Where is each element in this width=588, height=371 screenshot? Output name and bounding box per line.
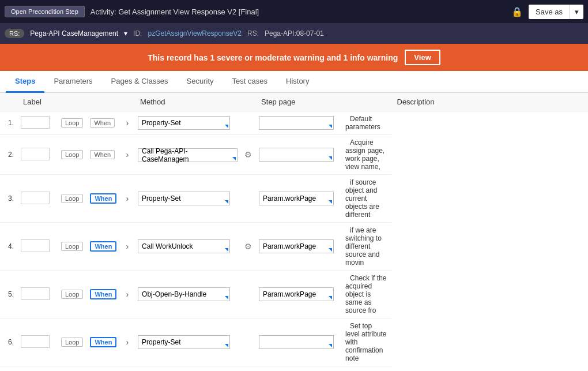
col-description-header: Description [391,93,589,111]
loop-button[interactable]: Loop [61,290,83,299]
when-button[interactable]: When [90,118,115,128]
expand-arrow-button[interactable]: › [123,150,131,159]
when-button[interactable]: When [90,337,116,347]
row-number: 7. [0,366,17,372]
tab-history[interactable]: History [277,71,318,93]
row-steppage-cell [255,111,342,135]
row-steppage-cell: Param.workPage [255,366,342,372]
gear-icon[interactable]: ⚙ [244,242,252,251]
label-input[interactable] [21,239,50,252]
table-row: 4. Loop When › Call WorkUnlock ⚙ Param.w… [0,223,588,271]
loop-button[interactable]: Loop [61,150,83,159]
when-button[interactable]: When [90,150,115,159]
gear-icon[interactable]: ⚙ [244,150,252,159]
row-label-cell [17,223,58,271]
col-gear-header [241,93,255,111]
breadcrumb-dropdown-icon[interactable]: ▾ [124,29,127,38]
label-input[interactable] [21,116,50,129]
col-label-header: Label [17,93,58,111]
label-input[interactable] [21,287,50,300]
open-precondition-button[interactable]: Open Precondition Step [5,6,85,17]
row-method-cell: Property-Set [134,111,241,135]
row-desc-cell: Acquire assign page, work page, view nam… [342,135,391,175]
row-desc-cell: Default parameters [342,111,391,135]
save-as-dropdown-button[interactable]: ▾ [570,5,583,19]
method-box[interactable]: Obj-Open-By-Handle [138,287,230,301]
loop-button[interactable]: Loop [61,194,83,203]
description-text: Check if the acquired object is same as … [345,274,386,314]
table-header-row: Label Method Step page Description [0,93,588,111]
table-row: 5. Loop When › Obj-Open-By-Handle Param.… [0,271,588,318]
step-page-box[interactable] [259,335,334,349]
expand-arrow-button[interactable]: › [123,338,131,347]
col-steppage-arrow-header [342,93,391,111]
tab-parameters[interactable]: Parameters [44,71,101,93]
id-label: ID: [133,29,142,38]
row-steppage-cell: Param.workPage [255,223,342,271]
expand-arrow-button[interactable]: › [123,118,131,128]
step-page-box[interactable]: Param.workPage [259,239,334,253]
expand-arrow-button[interactable]: › [123,194,131,203]
method-box[interactable]: Property-Set [138,192,230,205]
row-desc-cell: if we are switching to different source … [342,223,391,271]
step-page-dropdown-arrow [329,344,332,347]
label-input[interactable] [21,192,50,204]
label-input[interactable] [21,335,50,348]
description-text: if we are switching to different source … [345,226,382,267]
step-page-dropdown-arrow [329,296,332,299]
step-page-box[interactable] [259,148,334,162]
row-method-cell: Property-Set [134,175,241,223]
method-box[interactable]: Call Pega-API-CaseManagem [138,148,238,162]
tabs-bar: Steps Parameters Pages & Classes Securit… [0,71,588,93]
when-button[interactable]: When [90,241,116,252]
loop-button[interactable]: Loop [61,118,83,128]
method-box[interactable]: Property-Set [138,335,230,349]
row-arrow-cell: › [120,271,134,318]
tab-test-cases[interactable]: Test cases [223,71,277,93]
step-page-box[interactable]: Param.workPage [259,287,334,301]
method-label: Call Pega-API-CaseManagem [142,147,233,163]
row-number: 1. [0,111,17,135]
second-bar: RS: Pega-API CaseManagement ▾ ID: pzGetA… [0,23,588,44]
method-label: Call WorkUnlock [142,242,193,250]
method-box[interactable]: Call WorkUnlock [138,239,230,253]
method-label: Obj-Open-By-Handle [142,290,206,298]
method-dropdown-arrow [232,157,236,160]
table-row: 2. Loop When › Call Pega-API-CaseManagem… [0,135,588,175]
when-button[interactable]: When [90,289,116,299]
row-arrow-cell: › [120,135,134,175]
steps-table: Label Method Step page Description 1. Lo… [0,93,588,371]
step-page-label: Param.workPage [263,194,316,203]
row-number: 6. [0,318,17,366]
step-page-box[interactable] [259,116,334,130]
row-number: 3. [0,175,17,223]
col-arrow-header [120,93,134,111]
row-loop-cell: Loop [58,271,86,318]
when-button[interactable]: When [90,193,116,204]
row-steppage-cell: Param.workPage [255,271,342,318]
loop-button[interactable]: Loop [61,242,83,251]
row-desc-cell: Check if the acquired object is same as … [342,271,391,318]
method-label: Property-Set [142,338,180,346]
row-label-cell: Resp [17,366,58,372]
tab-pages-classes[interactable]: Pages & Classes [102,71,178,93]
id-value[interactable]: pzGetAssignViewResponseV2 [148,29,242,38]
save-as-button[interactable]: Save as [529,5,570,19]
tab-steps[interactable]: Steps [6,71,44,93]
expand-arrow-button[interactable]: › [123,242,131,251]
row-loop-cell: Loop [58,223,86,271]
step-page-box[interactable]: Param.workPage [259,192,334,205]
row-when-cell: When [86,135,120,175]
expand-arrow-button[interactable]: › [123,290,131,299]
col-num-header [0,93,17,111]
view-warning-button[interactable]: View [405,50,440,65]
method-dropdown-arrow [225,125,228,128]
method-box[interactable]: Property-Set [138,116,230,130]
loop-button[interactable]: Loop [61,338,83,347]
description-text: Default parameters [345,115,380,131]
method-label: Property-Set [142,194,180,203]
tab-security[interactable]: Security [178,71,223,93]
description-text: if source object and current objects are… [345,178,379,219]
row-arrow-cell: › [120,366,134,372]
label-input[interactable] [21,148,50,160]
